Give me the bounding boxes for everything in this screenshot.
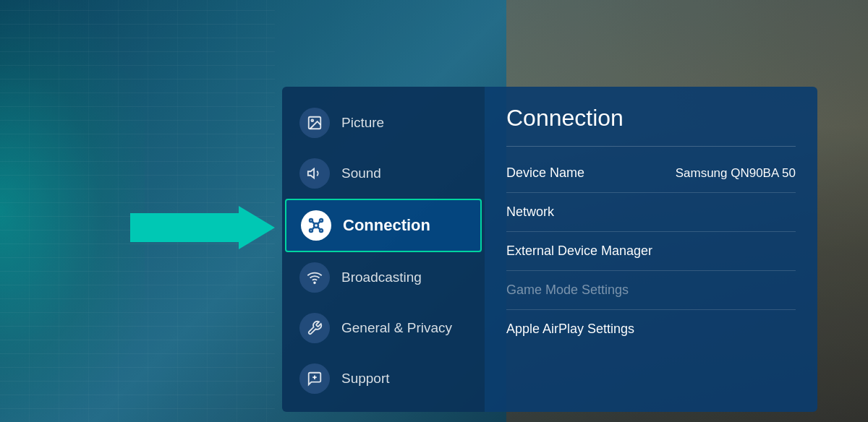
menu-panel: Picture Sound Connection [282,87,485,412]
svg-point-5 [310,219,312,222]
general-icon [299,313,330,343]
menu-item-general[interactable]: General & Privacy [282,303,485,353]
connection-icon [301,210,331,241]
svg-point-7 [310,229,312,232]
panel-divider [506,146,796,147]
right-panel: Connection Device Name Samsung QN90BA 50… [485,87,817,412]
connection-label: Connection [343,216,430,235]
svg-marker-0 [130,206,275,249]
broadcasting-icon [299,262,330,293]
svg-point-8 [320,229,323,232]
menu-item-support[interactable]: Support [282,353,485,404]
device-name-value: Samsung QN90BA 50 [676,166,796,181]
svg-line-11 [312,227,315,229]
menu-item-connection[interactable]: Connection [285,199,482,252]
network-label: Network [506,204,554,220]
menu-item-broadcasting[interactable]: Broadcasting [282,252,485,303]
menu-item-picture[interactable]: Picture [282,98,485,148]
panel-item-external-device[interactable]: External Device Manager [506,232,796,271]
picture-label: Picture [341,115,384,131]
panel-item-network[interactable]: Network [506,193,796,232]
arrow-pointer [130,206,275,249]
menu-item-sound[interactable]: Sound [282,148,485,199]
support-icon [299,363,330,394]
game-mode-label: Game Mode Settings [506,283,629,298]
panel-item-game-mode[interactable]: Game Mode Settings [506,271,796,310]
svg-line-10 [318,222,320,224]
sound-label: Sound [341,165,381,181]
svg-point-6 [320,219,323,222]
general-label: General & Privacy [341,320,452,336]
svg-point-2 [311,119,313,121]
sound-icon [299,158,330,189]
svg-point-13 [314,282,315,283]
svg-line-9 [312,222,315,224]
panel-item-device-name[interactable]: Device Name Samsung QN90BA 50 [506,154,796,193]
support-label: Support [341,371,390,387]
airplay-label: Apple AirPlay Settings [506,322,634,337]
external-device-label: External Device Manager [506,244,652,259]
panel-item-airplay[interactable]: Apple AirPlay Settings [506,310,796,348]
device-name-label: Device Name [506,165,584,181]
panel-title: Connection [506,105,796,132]
broadcasting-label: Broadcasting [341,270,422,285]
picture-icon [299,108,330,138]
svg-line-12 [318,227,320,229]
svg-marker-3 [308,169,314,178]
